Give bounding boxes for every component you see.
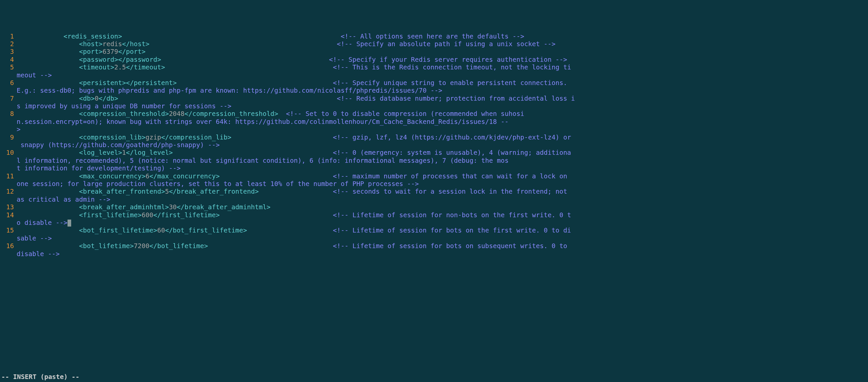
code-line[interactable]: 7 <db>0</db> <!-- Redis database number;…	[0, 95, 868, 102]
line-content[interactable]: <host>redis</host> <!-- Specify an absol…	[17, 40, 868, 48]
line-content[interactable]: as critical as admin -->	[17, 196, 868, 203]
token-tag: <bot_lifetime>	[79, 242, 134, 250]
token-plain	[17, 227, 79, 234]
line-number: 11	[0, 172, 17, 180]
token-tag: </max_concurrency>	[149, 172, 219, 180]
code-line-wrap[interactable]: s improved by using a unique DB number f…	[0, 102, 868, 110]
token-comment: <!-- All options seen here are the defau…	[341, 33, 524, 40]
code-line-wrap[interactable]: snappy (https://github.com/goatherd/php-…	[0, 141, 868, 149]
token-tag: <break_after_adminhtml>	[79, 203, 169, 211]
text-cursor	[67, 219, 71, 227]
line-content[interactable]: <break_after_adminhtml>30</break_after_a…	[17, 203, 868, 211]
line-content[interactable]: <compression_lib>gzip</compression_lib> …	[17, 134, 868, 141]
token-plain	[173, 149, 333, 157]
code-line-wrap[interactable]: one session; for large production cluste…	[0, 180, 868, 188]
line-content[interactable]: meout -->	[17, 71, 868, 79]
code-line-wrap[interactable]: t information for development/testing) -…	[0, 165, 868, 172]
line-number: 8	[0, 110, 17, 117]
code-line[interactable]: 15 <bot_first_lifetime>60</bot_first_lif…	[0, 227, 868, 234]
line-content[interactable]: <bot_first_lifetime>60</bot_first_lifeti…	[17, 227, 868, 234]
token-plain	[17, 172, 79, 180]
line-content[interactable]: <log_level>1</log_level> <!-- 0 (emergen…	[17, 149, 868, 157]
code-line[interactable]: 11 <max_concurrency>6</max_concurrency> …	[0, 172, 868, 180]
line-content[interactable]: <persistent></persistent> <!-- Specify u…	[17, 79, 868, 87]
token-tag: <persistent>	[79, 79, 126, 87]
line-content[interactable]: disable -->	[17, 250, 868, 258]
code-line[interactable]: 13 <break_after_adminhtml>30</break_afte…	[0, 203, 868, 211]
line-number: 16	[0, 242, 17, 250]
code-line-wrap[interactable]: sable -->	[0, 235, 868, 242]
line-number: 13	[0, 203, 17, 211]
code-line[interactable]: 6 <persistent></persistent> <!-- Specify…	[0, 79, 868, 87]
code-line[interactable]: 9 <compression_lib>gzip</compression_lib…	[0, 134, 868, 141]
token-comment: <!-- Lifetime of session for bots on sub…	[333, 242, 571, 250]
token-comment: sable -->	[17, 235, 52, 242]
code-line-wrap[interactable]: n.session.encrypt=on); known bug with st…	[0, 118, 868, 126]
code-line-wrap[interactable]: as critical as admin -->	[0, 196, 868, 203]
token-plain	[177, 79, 333, 87]
token-tag: <compression_lib>	[79, 134, 146, 141]
code-line-wrap[interactable]: E.g.: sess-db0; bugs with phpredis and p…	[0, 87, 868, 94]
code-line-wrap[interactable]: >	[0, 126, 868, 133]
token-comment: <!-- Specify if your Redis server requir…	[329, 56, 567, 64]
code-line[interactable]: 8 <compression_threshold>2048</compressi…	[0, 110, 868, 117]
line-content[interactable]: one session; for large production cluste…	[17, 180, 868, 188]
line-content[interactable]: <redis_session> <!-- All options seen he…	[17, 33, 868, 40]
token-tag: <first_lifetime>	[79, 211, 142, 219]
code-line-wrap[interactable]: l information, recommended), 5 (notice: …	[0, 157, 868, 165]
line-content[interactable]: >	[17, 126, 868, 133]
token-comment: <!-- Lifetime of session for bots on the…	[333, 227, 571, 234]
line-content[interactable]: l information, recommended), 5 (notice: …	[17, 157, 868, 165]
token-tag: </compression_lib>	[161, 134, 231, 141]
line-content[interactable]: t information for development/testing) -…	[17, 165, 868, 172]
code-line[interactable]: 3 <port>6379</port>	[0, 48, 868, 56]
code-line-wrap[interactable]: disable -->	[0, 250, 868, 258]
line-content[interactable]: sable -->	[17, 235, 868, 242]
token-plain	[118, 95, 337, 102]
code-editor[interactable]: 1 <redis_session> <!-- All options seen …	[0, 33, 868, 258]
line-content[interactable]: <port>6379</port>	[17, 48, 868, 56]
token-tag: <break_after_frontend>	[79, 188, 165, 195]
token-tag: <max_concurrency>	[79, 172, 146, 180]
code-line[interactable]: 16 <bot_lifetime>7200</bot_lifetime> <!-…	[0, 242, 868, 250]
line-content[interactable]: E.g.: sess-db0; bugs with phpredis and p…	[17, 87, 868, 94]
code-line[interactable]: 10 <log_level>1</log_level> <!-- 0 (emer…	[0, 149, 868, 157]
token-plain	[17, 64, 79, 71]
token-comment: n.session.encrypt=on); known bug with st…	[17, 118, 508, 126]
line-content[interactable]: <first_lifetime>600</first_lifetime> <!-…	[17, 211, 868, 219]
token-tag: </break_after_frontend>	[169, 188, 259, 195]
line-content[interactable]: <compression_threshold>2048</compression…	[17, 110, 868, 117]
token-comment: <!-- gzip, lzf, lz4 (https://github.com/…	[333, 134, 571, 141]
token-tag: </bot_lifetime>	[149, 242, 208, 250]
line-content[interactable]: <max_concurrency>6</max_concurrency> <!-…	[17, 172, 868, 180]
code-line[interactable]: 2 <host>redis</host> <!-- Specify an abs…	[0, 40, 868, 48]
line-content[interactable]: <bot_lifetime>7200</bot_lifetime> <!-- L…	[17, 242, 868, 250]
token-tag: </timeout>	[126, 64, 165, 71]
code-line[interactable]: 1 <redis_session> <!-- All options seen …	[0, 33, 868, 40]
line-content[interactable]: <timeout>2.5</timeout> <!-- This is the …	[17, 64, 868, 71]
line-content[interactable]: s improved by using a unique DB number f…	[17, 102, 868, 110]
token-tag: </log_level>	[126, 149, 173, 157]
code-line[interactable]: 4 <password></password> <!-- Specify if …	[0, 56, 868, 64]
line-content[interactable]: o disable -->	[17, 219, 868, 227]
line-number: 14	[0, 211, 17, 219]
token-comment: <!-- Specify unique string to enable per…	[333, 79, 571, 87]
code-line[interactable]: 5 <timeout>2.5</timeout> <!-- This is th…	[0, 64, 868, 71]
line-content[interactable]: <db>0</db> <!-- Redis database number; p…	[17, 95, 868, 102]
token-plain	[122, 33, 341, 40]
line-content[interactable]: <break_after_frontend>5</break_after_fro…	[17, 188, 868, 195]
code-line[interactable]: 12 <break_after_frontend>5</break_after_…	[0, 188, 868, 195]
code-line-wrap[interactable]: meout -->	[0, 71, 868, 79]
line-content[interactable]: n.session.encrypt=on); known bug with st…	[17, 118, 868, 126]
line-content[interactable]: <password></password> <!-- Specify if yo…	[17, 56, 868, 64]
token-comment: snappy (https://github.com/goatherd/php-…	[17, 141, 220, 149]
token-val: 6379	[102, 48, 118, 56]
line-number: 3	[0, 48, 17, 56]
token-val: 6	[145, 172, 149, 180]
code-line-wrap[interactable]: o disable -->	[0, 219, 868, 227]
token-plain	[17, 134, 79, 141]
token-plain	[220, 172, 333, 180]
line-content[interactable]: snappy (https://github.com/goatherd/php-…	[17, 141, 868, 149]
code-line[interactable]: 14 <first_lifetime>600</first_lifetime> …	[0, 211, 868, 219]
token-val: 2.5	[115, 64, 126, 71]
